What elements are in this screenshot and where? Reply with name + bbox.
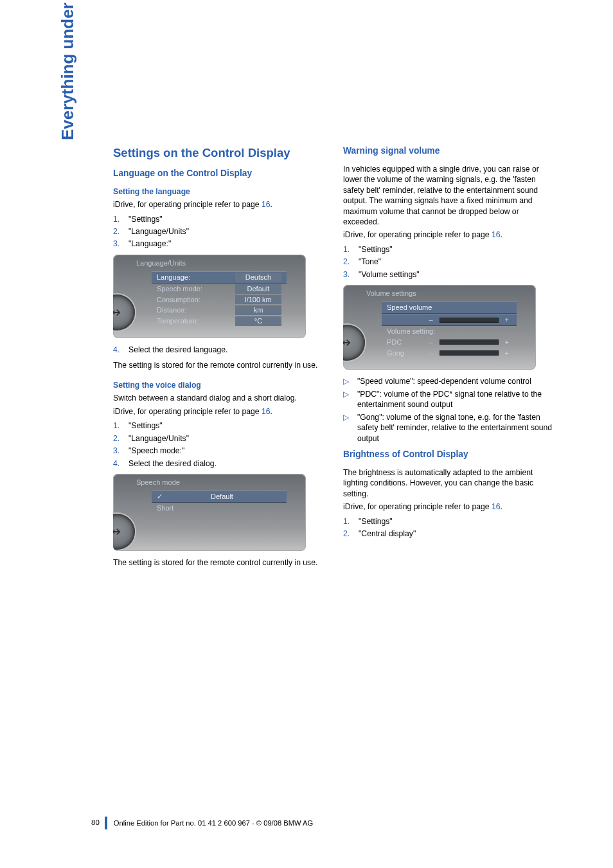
row-label: Default xyxy=(211,492,233,502)
period: . xyxy=(501,502,502,511)
period: . xyxy=(501,230,502,239)
idrive-ref-text: iDrive, for operating principle refer to… xyxy=(343,502,492,511)
plus-icon: + xyxy=(502,315,511,325)
step: "Central display" xyxy=(343,529,555,539)
idrive-ref-text: iDrive, for operating principle refer to… xyxy=(113,407,262,416)
side-tab: Everything under control xyxy=(57,0,79,140)
bullet: "Speed volume": speed-dependent volume c… xyxy=(343,376,555,386)
plus-icon: + xyxy=(502,348,511,358)
idrive-reference: iDrive, for operating principle refer to… xyxy=(343,230,555,240)
minus-icon: – xyxy=(426,348,435,358)
row-value: l/100 km xyxy=(235,295,281,305)
step: Select the desired dialog. xyxy=(113,458,325,469)
idrive-row: Consumption:l/100 km xyxy=(152,294,287,305)
idrive-breadcrumb: Speech mode xyxy=(136,478,180,487)
step: "Volume settings" xyxy=(343,269,555,280)
heading-setting-language: Setting the language xyxy=(113,186,325,197)
idrive-reference: iDrive, for operating principle refer to… xyxy=(113,199,325,210)
idrive-row-speed-volume: Speed volume xyxy=(382,302,517,314)
idrive-reference: iDrive, for operating principle refer to… xyxy=(343,502,555,512)
idrive-screenshot-volume-settings: Volume settings Speed volume –+ Volume s… xyxy=(343,285,536,370)
volume-bullets: "Speed volume": speed-dependent volume c… xyxy=(343,376,555,444)
page-ref-16[interactable]: 16 xyxy=(262,407,271,416)
idrive-knob-icon xyxy=(113,514,135,550)
step: "Tone" xyxy=(343,257,555,267)
page-number: 80 xyxy=(90,817,107,829)
idrive-knob-icon xyxy=(343,325,365,361)
step: "Language/Units" xyxy=(113,433,325,444)
idrive-row-pdc: PDC –+ xyxy=(382,337,517,348)
idrive-ref-text: iDrive, for operating principle refer to… xyxy=(113,200,262,209)
period: . xyxy=(271,407,272,416)
page-footer: 80 Online Edition for Part no. 01 41 2 6… xyxy=(0,817,613,829)
step: "Language:" xyxy=(113,239,325,249)
period: . xyxy=(271,200,272,209)
step: "Settings" xyxy=(343,244,555,255)
step: "Settings" xyxy=(113,214,325,224)
para-warning-volume: In vehicles equipped with a single drive… xyxy=(343,164,555,228)
steps-language-cont: Select the desired language. xyxy=(113,345,325,355)
idrive-breadcrumb: Language/Units xyxy=(136,258,186,268)
minus-icon: – xyxy=(426,315,435,325)
step: "Language/Units" xyxy=(113,226,325,237)
page-ref-16[interactable]: 16 xyxy=(492,230,501,239)
idrive-screenshot-language: Language/Units Language:Deutsch Speech m… xyxy=(113,255,306,338)
idrive-breadcrumb: Volume settings xyxy=(366,289,416,298)
heading-language-on-display: Language on the Control Display xyxy=(113,168,325,180)
idrive-row: Temperature:°C xyxy=(152,316,287,327)
row-label: Distance: xyxy=(157,305,186,315)
row-label: PDC xyxy=(387,338,402,347)
para-brightness: The brightness is automatically adapted … xyxy=(343,467,555,499)
bullet: "PDC": volume of the PDC* signal tone re… xyxy=(343,389,555,410)
row-label: Speech mode: xyxy=(157,284,202,294)
step: "Settings" xyxy=(113,420,325,431)
row-label: Language: xyxy=(157,273,190,282)
steps-volume: "Settings" "Tone" "Volume settings" xyxy=(343,244,555,280)
row-value: km xyxy=(235,305,281,315)
idrive-ref-text: iDrive, for operating principle refer to… xyxy=(343,230,492,239)
para-switch-dialog: Switch between a standard dialog and a s… xyxy=(113,393,325,403)
right-column: Warning signal volume In vehicles equipp… xyxy=(343,145,555,568)
step: Select the desired language. xyxy=(113,345,325,355)
page-ref-16[interactable]: 16 xyxy=(492,502,501,511)
stored-note: The setting is stored for the remote con… xyxy=(113,360,325,370)
minus-icon: – xyxy=(426,338,435,347)
idrive-row-gong: Gong –+ xyxy=(382,348,517,359)
row-label: Gong xyxy=(387,348,404,358)
row-value: °C xyxy=(235,316,281,326)
idrive-row-language: Language:Deutsch xyxy=(152,271,287,284)
idrive-reference: iDrive, for operating principle refer to… xyxy=(113,406,325,417)
section-title: Settings on the Control Display xyxy=(113,145,325,161)
plus-icon: + xyxy=(502,338,511,347)
idrive-screenshot-speech-mode: Speech mode Default Short xyxy=(113,474,306,551)
page-ref-16[interactable]: 16 xyxy=(262,200,271,209)
row-label: Speed volume xyxy=(387,303,432,312)
idrive-row-volume-setting: Volume setting: xyxy=(382,326,517,337)
heading-warning-signal-volume: Warning signal volume xyxy=(343,145,555,158)
idrive-knob-icon xyxy=(113,294,135,330)
bullet: "Gong": volume of the signal tone, e.g. … xyxy=(343,412,555,444)
heading-brightness: Brightness of Control Display xyxy=(343,449,555,461)
step: "Settings" xyxy=(343,516,555,527)
stored-note: The setting is stored for the remote con… xyxy=(113,557,325,568)
step: "Speech mode:" xyxy=(113,446,325,456)
left-column: Settings on the Control Display Language… xyxy=(113,145,325,568)
steps-voice-dialog: "Settings" "Language/Units" "Speech mode… xyxy=(113,420,325,469)
idrive-row: Speech mode:Default xyxy=(152,284,287,294)
heading-setting-voice-dialog: Setting the voice dialog xyxy=(113,380,325,390)
footer-text: Online Edition for Part no. 01 41 2 600 … xyxy=(114,818,313,828)
row-value: Deutsch xyxy=(235,273,281,282)
steps-language: "Settings" "Language/Units" "Language:" xyxy=(113,214,325,249)
steps-brightness: "Settings" "Central display" xyxy=(343,516,555,539)
row-label: Temperature: xyxy=(157,316,199,326)
row-label: Consumption: xyxy=(157,295,200,305)
row-value: Default xyxy=(235,284,281,294)
idrive-row-default: Default xyxy=(152,491,287,503)
idrive-row: Short xyxy=(152,503,287,514)
idrive-slider-row: –+ xyxy=(382,314,517,326)
idrive-row: Distance:km xyxy=(152,305,287,316)
row-label: Volume setting: xyxy=(387,327,435,336)
row-label: Short xyxy=(157,503,173,513)
